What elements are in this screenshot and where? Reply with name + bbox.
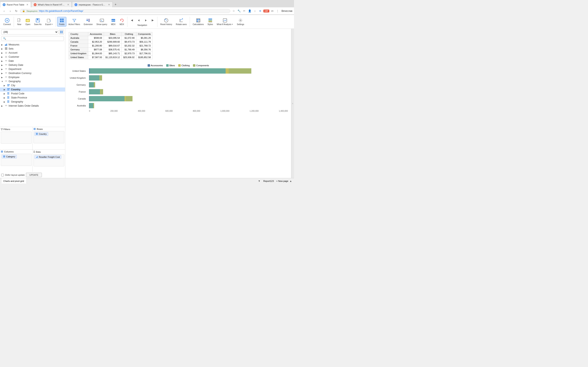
extension-btn-1[interactable]: 🔧 <box>237 9 241 13</box>
svg-rect-30 <box>62 31 63 32</box>
tab-close-ranet[interactable]: ✕ <box>26 3 28 6</box>
tab-ranet[interactable]: R Ranet Pivot Table ✕ <box>0 2 31 7</box>
dest-currency-label: Destination Currency <box>9 72 31 75</box>
tab-close-google[interactable]: ✕ <box>108 3 110 6</box>
tab-close-whats-new[interactable]: ✕ <box>67 3 69 6</box>
star-button[interactable]: ☆ <box>232 9 236 13</box>
extension-btn-2[interactable]: ✂ <box>242 9 247 13</box>
tree-item-state-province[interactable]: ▶ State-Province <box>0 96 65 100</box>
expand-sets: ▶ <box>1 48 4 50</box>
mdx-button[interactable]: MDX MDX <box>109 17 117 26</box>
extension-label: Extension <box>84 23 93 25</box>
tree-item-geography[interactable]: ▼ Geography <box>0 79 65 83</box>
tree-item-postal-code[interactable]: ▶ Postal Code <box>0 92 65 96</box>
svg-rect-68 <box>7 94 8 94</box>
new-button[interactable]: New <box>15 17 23 26</box>
active-filters-button[interactable]: Active Filters <box>67 17 82 26</box>
page-up-arrow[interactable]: ▲ <box>289 180 292 183</box>
bottom-panel: ▽ Filters Rows <box>0 127 65 178</box>
filters-drag-area[interactable] <box>1 132 32 144</box>
tree-item-measures[interactable]: ▶ Measures <box>0 43 65 47</box>
tree-item-city[interactable]: ▶ City <box>0 83 65 87</box>
tree-item-customer[interactable]: ▶ Customer <box>0 55 65 59</box>
what-if-button[interactable]: What-If Analysis ▼ <box>215 17 235 26</box>
reset-history-button[interactable]: Reset history <box>159 17 174 26</box>
open-button[interactable]: Open <box>24 17 32 26</box>
postal-code-label: Postal Code <box>11 92 24 95</box>
status-right: ▼ Report123 + New page ▲ <box>258 180 292 183</box>
pivot-cell: $2,953.20 <box>88 40 104 44</box>
expand-state-province: ▶ <box>4 97 6 99</box>
back-button[interactable]: ‹ <box>2 8 7 13</box>
panel-collapse-button[interactable]: › <box>291 29 294 178</box>
rotate-axes-button[interactable]: Rotate axes <box>174 17 188 26</box>
profile-btn[interactable]: 👤 <box>247 9 252 13</box>
tree-item-internet-sales[interactable]: ▶ Internet Sales Order Details <box>0 104 65 108</box>
sync-btn[interactable]: ↕ <box>253 9 257 13</box>
defer-checkbox[interactable] <box>1 174 4 176</box>
tree-item-account[interactable]: ▶ Account <box>0 51 65 55</box>
show-query-button[interactable]: Show query <box>95 17 109 26</box>
chrome-menu[interactable]: ⋮ <box>276 9 280 13</box>
charts-pivot-tab[interactable]: Charts and pivot grid <box>2 178 27 184</box>
nav-next-button[interactable] <box>143 17 149 24</box>
calculations-button[interactable]: Calculations <box>191 17 205 26</box>
tree-item-date[interactable]: ▶ Date <box>0 59 65 63</box>
update-button[interactable]: UPDATE <box>26 173 42 177</box>
fields-button[interactable]: Fields <box>57 17 66 26</box>
chart-bar-row: Australia <box>89 103 288 108</box>
filter-select[interactable]: (All) <box>1 30 58 34</box>
export-button[interactable]: Export ▼ <box>43 17 54 26</box>
chart-bar-row: Germany <box>89 82 288 87</box>
data-drag-area[interactable]: Reseller Freight Cost <box>34 154 64 166</box>
expand-employee: ▶ <box>1 76 4 78</box>
tree-item-employee[interactable]: ▶ Employee <box>0 75 65 79</box>
category-drag-tag[interactable]: Category <box>2 155 17 158</box>
tree-item-country[interactable]: ▶ Country <box>0 87 65 92</box>
pivot-cell: $9,473.73 <box>121 40 136 44</box>
toolbar-sep-4 <box>157 17 157 27</box>
report-name-tab[interactable]: Report123 <box>262 180 276 182</box>
styles-button[interactable]: Styles <box>206 17 215 26</box>
tree-item-department[interactable]: ▶ Department <box>0 67 65 71</box>
search-input[interactable] <box>1 36 64 41</box>
ranet-ext-btn[interactable]: R <box>258 9 263 13</box>
reset-history-icon <box>164 18 169 23</box>
settings-button[interactable]: Settings <box>235 17 246 26</box>
refresh-button[interactable]: ↻ <box>14 8 19 13</box>
columns-drag-area[interactable]: Category <box>1 154 32 166</box>
tree-item-geography-sub[interactable]: ▶ Geography <box>0 100 65 104</box>
extension-button[interactable]: Extension <box>82 17 94 26</box>
pivot-row-header: Germany <box>69 48 88 52</box>
country-label: Country <box>11 88 20 91</box>
show-query-icon <box>99 18 104 23</box>
pivot-cell: $1,790.49 <box>121 48 136 52</box>
svg-rect-23 <box>208 18 212 19</box>
country-drag-tag[interactable]: Country <box>35 132 48 136</box>
svg-rect-91 <box>2 152 3 152</box>
nav-first-button[interactable] <box>129 17 135 24</box>
save-as-button[interactable]: Save As <box>33 17 43 26</box>
tree-item-sets[interactable]: ▶ Sets <box>0 47 65 51</box>
city-label: City <box>11 84 15 87</box>
toolbar-sep-3 <box>127 17 127 27</box>
nav-last-button[interactable] <box>149 17 156 24</box>
reseller-drag-tag[interactable]: Reseller Freight Cost <box>35 155 61 159</box>
page-down-arrow[interactable]: ▼ <box>258 180 261 183</box>
tab-google[interactable]: G переводчик - Поиск в Google ✕ <box>72 2 113 7</box>
connect-button[interactable]: Connect <box>2 17 12 26</box>
menu-letter-btn[interactable]: m <box>270 9 275 13</box>
address-input[interactable]: 🔒 Защищено https://bi.galaktikasoft.com/… <box>20 9 230 13</box>
new-tab-button[interactable]: + <box>113 2 118 7</box>
filter-grid-button[interactable] <box>59 30 64 34</box>
svg-rect-93 <box>4 156 5 156</box>
rows-drag-area[interactable]: Country <box>34 131 64 143</box>
tab-whats-new[interactable]: W What's New in Ranet HTML Pi... ✕ <box>31 2 72 7</box>
add-page-button[interactable]: + New page <box>276 180 288 182</box>
tree-item-destination-currency[interactable]: ▶ Destination Currency <box>0 71 65 75</box>
forward-button[interactable]: › <box>8 8 13 13</box>
reset-all-button[interactable]: MDX <box>118 17 126 26</box>
svg-rect-12 <box>86 19 88 20</box>
nav-prev-button[interactable] <box>136 17 142 24</box>
tree-item-delivery-date[interactable]: ▶ Delivery Date <box>0 63 65 67</box>
